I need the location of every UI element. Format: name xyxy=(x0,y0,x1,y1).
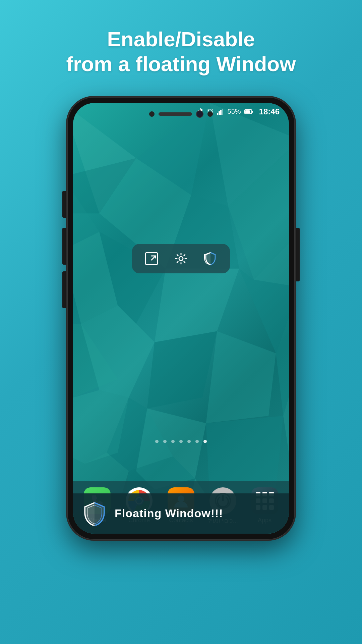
svg-marker-10 xyxy=(155,269,239,342)
svg-point-38 xyxy=(179,257,183,261)
page-dot-7 xyxy=(203,440,207,443)
header-line2: from a floating Window xyxy=(66,52,296,76)
status-time: 18:46 xyxy=(259,107,280,116)
notification-text: Floating Window!!! xyxy=(115,507,223,520)
page-dots xyxy=(155,440,207,443)
volume-down-button xyxy=(62,228,66,265)
phone-top-hardware xyxy=(149,110,213,118)
svg-rect-36 xyxy=(245,110,250,113)
battery-icon xyxy=(244,109,253,115)
volume-up-button xyxy=(62,191,66,218)
svg-rect-33 xyxy=(222,109,223,115)
svg-rect-32 xyxy=(220,110,222,115)
widget-settings-icon[interactable] xyxy=(172,250,190,267)
widget-shield-icon[interactable] xyxy=(202,250,219,267)
signal-icon xyxy=(217,109,224,115)
page-dot-4 xyxy=(179,440,183,443)
svg-marker-16 xyxy=(206,331,276,423)
battery-percent: 55% xyxy=(228,108,241,115)
page-dot-3 xyxy=(171,440,175,443)
notification-bar: Floating Window!!! xyxy=(73,493,289,534)
page-dot-2 xyxy=(163,440,167,443)
svg-rect-30 xyxy=(217,113,218,115)
bixby-button xyxy=(62,271,66,308)
front-sensor2 xyxy=(207,111,213,117)
page-dot-5 xyxy=(187,440,191,443)
header-line1: Enable/Disable xyxy=(66,27,296,52)
front-camera xyxy=(196,110,203,118)
phone-screen: 55% 18:46 xyxy=(73,103,289,534)
front-sensor xyxy=(149,111,155,117)
phone-mockup: 55% 18:46 xyxy=(67,97,295,540)
earpiece-speaker xyxy=(159,112,192,116)
widget-exit-icon[interactable] xyxy=(143,250,160,267)
svg-rect-31 xyxy=(219,111,220,115)
header-text: Enable/Disable from a floating Window xyxy=(66,27,296,77)
page-dot-6 xyxy=(195,440,199,443)
floating-widget[interactable] xyxy=(132,244,230,273)
page-dot-1 xyxy=(155,440,159,443)
notif-shield-icon xyxy=(82,501,107,526)
svg-rect-37 xyxy=(145,253,158,265)
power-button xyxy=(296,228,300,281)
phone-shell: 55% 18:46 xyxy=(67,97,295,540)
wallpaper xyxy=(73,103,289,534)
svg-marker-15 xyxy=(147,331,217,408)
svg-rect-35 xyxy=(252,111,253,113)
